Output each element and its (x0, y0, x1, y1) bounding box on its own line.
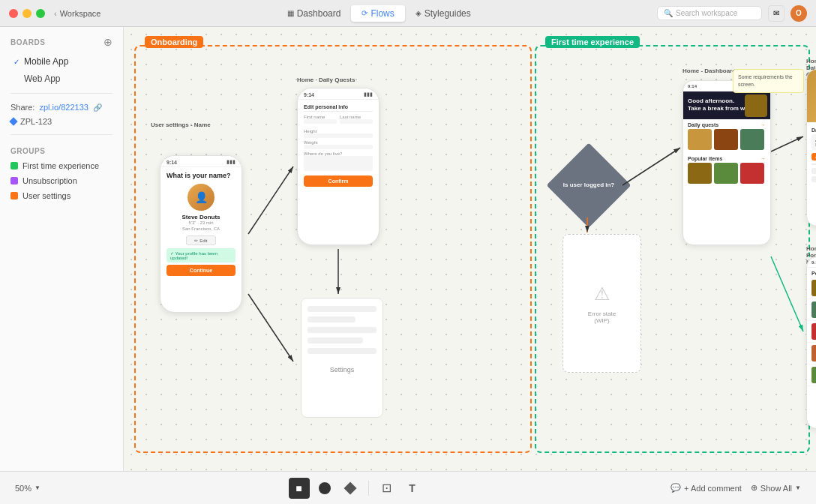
user-avatar[interactable]: O (790, 5, 807, 22)
back-button[interactable]: ‹ (54, 9, 57, 18)
tool-group: ■ ⊡ T (289, 478, 423, 499)
close-dot[interactable] (9, 9, 18, 18)
daily-quests-right-phone: 🥔 Daily quests Just chips Real daily ple… (806, 69, 816, 226)
nav-tabs: ▦ Dashboard ⟳ Flows ◈ Styleguides (101, 5, 658, 22)
popular-items-phone: 9:14 ▮▮▮ Popular items Dalgona coffee $7… (806, 256, 816, 429)
add-comment-button[interactable]: 💬 + Add comment (670, 483, 742, 493)
zpl-row[interactable]: ZPL-123 (0, 115, 123, 128)
share-row: Share: zpl.io/822133 🔗 (0, 100, 123, 115)
popular-item-2 (714, 163, 738, 184)
bottom-toolbar: 50% ▼ ■ ⊡ T 💬 + Add comment ⊕ Show All ▼ (0, 471, 816, 504)
search-icon: 🔍 (664, 9, 673, 17)
svg-line-9 (771, 136, 803, 152)
group-unsub[interactable]: Unsubscription (0, 173, 123, 188)
show-all-button[interactable]: ⊕ Show All ▼ (751, 483, 801, 493)
notifications-button[interactable]: ✉ (768, 5, 784, 22)
onboarding-label: Onboarding (145, 36, 203, 48)
diamond-icon (344, 482, 356, 494)
workspace-title: Workspace (60, 9, 101, 18)
item-image (812, 345, 816, 362)
quest-item-3 (740, 129, 764, 150)
chevron-down-icon: ▼ (795, 484, 801, 491)
styleguides-icon: ◈ (416, 9, 422, 17)
svg-line-6 (622, 148, 680, 185)
decision-diamond: Is user logged in? (546, 142, 631, 227)
minimize-dot[interactable] (22, 9, 32, 18)
frame-icon: ⊡ (382, 481, 392, 495)
confirm-button[interactable]: Confirm (304, 176, 373, 187)
canvas[interactable]: Onboarding User settings - Name 9:14 ▮▮▮… (124, 27, 816, 471)
groups-title: GROUPS (0, 141, 123, 158)
sidebar-item-web-app[interactable]: Web App (3, 70, 120, 87)
zoom-control[interactable]: 50% ▼ (15, 484, 40, 493)
flows-icon: ⟳ (362, 9, 368, 17)
unsub-dot-icon (10, 177, 18, 184)
frame-tool[interactable]: ⊡ (376, 478, 398, 499)
titlebar-right: 🔍 Search workspace ✉ O (657, 5, 807, 22)
window-controls (9, 9, 45, 18)
add-board-button[interactable]: ⊕ (104, 36, 112, 48)
boards-title: BOARDS (10, 38, 45, 46)
quest-item-2 (714, 129, 738, 150)
circle-tool[interactable] (314, 478, 335, 499)
maximize-dot[interactable] (36, 9, 45, 18)
link-icon: 🔗 (93, 104, 102, 112)
phone-header: 9:14 ▮▮▮ (160, 156, 242, 167)
user-avatar-phone: 👤 (188, 184, 214, 211)
text-tool[interactable]: T (402, 478, 423, 499)
note-box: Some requirements the screen. (733, 69, 804, 93)
hero-image (745, 94, 767, 117)
accept-button[interactable]: Accept (812, 153, 816, 160)
home-dashboard-phone: 9:14 ▮▮▮ Good afternoon.Take a break fro… (682, 80, 771, 245)
main-layout: BOARDS ⊕ ✓ Mobile App Web App Share: zpl… (0, 27, 816, 471)
popular-item-pocky: Pocky $14.99 (807, 343, 816, 364)
home-dashboard-label: Home - Dashboard (682, 68, 736, 74)
diamond-tool[interactable] (340, 478, 361, 499)
checkmark-icon: ✓ (14, 58, 20, 66)
fte-dot-icon (10, 162, 18, 170)
onboarding-section: Onboarding User settings - Name 9:14 ▮▮▮… (134, 45, 532, 453)
group-fte[interactable]: First time experience (0, 158, 123, 173)
popular-item-dalgona: Dalgona coffee $7.99 (807, 278, 816, 299)
error-state-box: ⚠ Error state(WIP) (562, 234, 641, 373)
popular-item-seeds: Seeds $5.99 (807, 299, 816, 321)
continue-button[interactable]: Continue (166, 265, 236, 276)
divider2 (10, 134, 112, 135)
popular-item-3 (740, 163, 764, 184)
sidebar: BOARDS ⊕ ✓ Mobile App Web App Share: zpl… (0, 27, 124, 471)
edit-button-phone[interactable]: ✏ Edit (186, 236, 216, 245)
zpl-diamond-icon (9, 117, 17, 125)
fte-label: First time experience (545, 36, 640, 48)
right-actions: 💬 + Add comment ⊕ Show All ▼ (670, 483, 801, 493)
comment-icon: 💬 (670, 483, 681, 493)
group-user-settings[interactable]: User settings (0, 188, 123, 203)
user-settings-dot-icon (10, 192, 18, 200)
rect-icon: ■ (296, 482, 302, 494)
circle-icon (319, 482, 331, 494)
tab-dashboard[interactable]: ▦ Dashboard (277, 5, 352, 22)
share-link[interactable]: zpl.io/822133 (39, 103, 88, 112)
item-image (812, 367, 816, 383)
svg-line-3 (248, 294, 293, 362)
popular-item-matcha: Matcha latte $5.99 (807, 364, 816, 386)
diamond-text: Is user logged in? (562, 180, 616, 190)
settings-label: Settings (302, 366, 382, 374)
daily-quests-phone-left: 9:14 ▮▮▮ Edit personal info First name L… (297, 88, 380, 245)
sidebar-item-mobile-app[interactable]: ✓ Mobile App (3, 53, 120, 70)
tab-styleguides[interactable]: ◈ Styleguides (405, 5, 482, 22)
popular-item-1 (688, 163, 712, 184)
item-image (812, 302, 816, 318)
rect-tool[interactable]: ■ (289, 478, 310, 499)
text-icon: T (409, 482, 416, 494)
user-settings-label: User settings - Name (151, 122, 211, 128)
popular-item-teriyaki: Teriyaki $3.99 (807, 321, 816, 343)
tab-flows[interactable]: ⟳ Flows (351, 5, 404, 22)
user-settings-phone: 9:14 ▮▮▮ What is your name? 👤 Steve Donu… (160, 155, 242, 313)
fte-section: First time experience Is user logged in?… (535, 45, 810, 453)
toolbar-divider (368, 481, 369, 496)
svg-line-1 (248, 166, 293, 234)
item-image (812, 323, 816, 340)
daily-quests-left-label: Home · Daily Quests (297, 76, 355, 83)
search-box[interactable]: 🔍 Search workspace (657, 6, 762, 20)
divider (10, 93, 112, 94)
